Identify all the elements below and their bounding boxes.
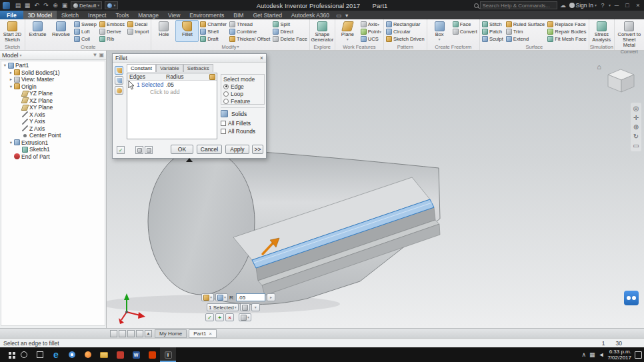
update-icon[interactable]: ⊕ xyxy=(51,1,59,9)
mini-cancel-button[interactable]: × xyxy=(225,313,234,321)
click-to-add-row[interactable]: Click to add xyxy=(127,89,217,96)
tree-item-xz-plane[interactable]: XZ Plane xyxy=(1,97,105,105)
save-icon[interactable]: ▦ xyxy=(23,1,31,9)
tab-autodesk-a360[interactable]: Autodesk A360 xyxy=(287,11,334,19)
ucs-button[interactable]: UCS xyxy=(359,35,383,43)
tree-item-extrusion1[interactable]: ▾Extrusion1 xyxy=(1,139,105,147)
redo-icon[interactable]: ↷ xyxy=(42,1,50,9)
fillet-dialog[interactable]: Fillet × ConstantVariableSetbacks Edges … xyxy=(112,53,267,159)
selection-count-dropdown[interactable]: 1 Selected▾ xyxy=(207,303,239,311)
split-button[interactable]: Split xyxy=(271,21,308,28)
decal-button[interactable]: Decal xyxy=(126,21,150,28)
group-label-modify[interactable]: Modify xyxy=(222,44,237,50)
minimize-window-button[interactable]: ─ xyxy=(613,1,621,9)
tray-volume-icon[interactable]: ◄ xyxy=(598,351,604,358)
ok-button[interactable]: OK xyxy=(171,145,193,154)
cancel-button[interactable]: Cancel xyxy=(197,145,222,154)
chevron-down-icon[interactable]: ▾ xyxy=(595,3,597,7)
import-button[interactable]: Import xyxy=(126,28,150,35)
freeform-box-button[interactable]: Box▾ xyxy=(428,20,451,42)
thicken-offset-button[interactable]: Thicken/ Offset xyxy=(228,35,271,43)
tree-item-xy-plane[interactable]: XY Plane xyxy=(1,104,105,111)
loft-button[interactable]: Loft xyxy=(73,28,98,35)
look-at-icon[interactable]: ▭ xyxy=(633,142,639,149)
community-icon[interactable] xyxy=(624,291,639,305)
fit-mesh-face-button[interactable]: Fit Mesh Face xyxy=(546,35,588,43)
direct-button[interactable]: Direct xyxy=(271,28,308,35)
tree-item-end-of-part[interactable]: End of Part xyxy=(1,153,105,161)
pan-icon[interactable]: ✛ xyxy=(633,114,639,121)
stitch-button[interactable]: Stitch xyxy=(481,21,505,28)
revolve-button[interactable]: Revolve xyxy=(49,20,73,42)
cloud-icon[interactable]: ☁ xyxy=(559,1,567,9)
solids-select-icon[interactable] xyxy=(221,110,228,117)
rib-button[interactable]: Rib xyxy=(98,35,126,43)
convert-to-sheet-metal-button[interactable]: Convert to Sheet Metal xyxy=(615,20,643,49)
ribbon-minimize-chevron-icon[interactable]: ▾ xyxy=(343,11,350,19)
fillet-type-dropdown[interactable]: ▾ xyxy=(201,293,214,301)
maximize-window-button[interactable]: □ xyxy=(623,1,631,9)
thread-button[interactable]: Thread xyxy=(228,21,271,28)
select-filter-icon[interactable]: ▣ xyxy=(61,1,69,9)
chevron-down-icon[interactable]: ▾ xyxy=(20,53,22,57)
tab-manage[interactable]: Manage xyxy=(133,11,163,19)
material-combo[interactable]: Default ▾ xyxy=(71,1,102,9)
viewcube-home-icon[interactable]: ⌂ xyxy=(597,63,601,71)
stress-analysis-button[interactable]: Stress Analysis xyxy=(590,20,613,43)
draft-button[interactable]: Draft xyxy=(199,35,228,43)
dialog-close-icon[interactable]: × xyxy=(260,55,263,61)
shell-button[interactable]: Shell xyxy=(199,28,228,35)
edge-browser-button[interactable]: e xyxy=(48,347,64,362)
trim-button[interactable]: Trim xyxy=(505,28,547,35)
tab-get-started[interactable]: Get Started xyxy=(248,11,286,19)
adobe-app-button[interactable] xyxy=(112,347,128,362)
tab-view[interactable]: View xyxy=(163,11,185,19)
tree-item-yz-plane[interactable]: YZ Plane xyxy=(1,90,105,97)
expand-toggle-icon[interactable]: ▸ xyxy=(8,70,14,75)
fillet-edge-table[interactable]: Edges Radius 1 Selected .05 Click to add xyxy=(127,73,217,139)
expand-toggle-icon[interactable]: ▸ xyxy=(8,77,14,82)
appearance-combo[interactable]: ▾ xyxy=(105,1,118,9)
full-round-fillet-type-button[interactable] xyxy=(115,86,123,95)
freeform-face-button[interactable]: Face xyxy=(451,21,479,28)
tab-variable[interactable]: Variable xyxy=(156,64,183,72)
task-view-button[interactable] xyxy=(32,347,48,362)
tray-network-icon[interactable]: ▦ xyxy=(589,351,595,358)
plane-button[interactable]: Plane▾ xyxy=(336,20,359,42)
combine-button[interactable]: Combine xyxy=(228,28,271,35)
fillet-dialog-titlebar[interactable]: Fillet × xyxy=(113,54,266,63)
firefox-browser-button[interactable] xyxy=(80,347,96,362)
rectangular-pattern-button[interactable]: Rectangular xyxy=(385,21,426,28)
tab-3d-model[interactable]: 3D Model xyxy=(23,11,57,19)
hole-button[interactable]: Hole xyxy=(152,20,175,42)
tree-item-x-axis[interactable]: X Axis xyxy=(1,111,105,119)
mini-more-options-dropdown[interactable]: ▾ xyxy=(239,313,251,321)
browser-filter-icon[interactable]: ▼ xyxy=(93,52,98,58)
viewcube[interactable] xyxy=(608,69,634,92)
mini-next-button[interactable]: ▸ xyxy=(267,293,275,301)
close-window-button[interactable]: × xyxy=(634,1,642,9)
tree-item-sketch1[interactable]: Sketch1 xyxy=(1,146,105,153)
tree-item-y-axis[interactable]: Y Axis xyxy=(1,118,105,125)
tray-expand-icon[interactable]: ∧ xyxy=(581,351,586,358)
taskbar-clock[interactable]: 6:33 p.m. 7/02/2017 xyxy=(607,349,631,361)
inventor-app-button[interactable]: I xyxy=(160,347,176,362)
derive-button[interactable]: Derive xyxy=(98,28,126,35)
help-search-input[interactable] xyxy=(480,1,557,9)
part-cylinder-cap-face[interactable] xyxy=(148,148,255,295)
fillet-options-dropdown[interactable]: ▾ xyxy=(215,293,228,301)
tab-tools[interactable]: Tools xyxy=(111,11,133,19)
ruled-surface-button[interactable]: Ruled Surface xyxy=(505,21,547,28)
expand-toggle-icon[interactable]: ▾ xyxy=(2,63,8,68)
extend-button[interactable]: Extend xyxy=(505,35,547,43)
radius-options-icon[interactable] xyxy=(209,74,215,80)
help-button[interactable]: ? xyxy=(599,1,607,9)
sweep-button[interactable]: Sweep xyxy=(73,21,98,28)
patch-button[interactable]: Patch xyxy=(481,28,505,35)
auto-preview-toggle-icon[interactable] xyxy=(135,146,143,154)
start-2d-sketch-button[interactable]: Start 2D Sketch xyxy=(1,20,24,43)
repair-bodies-button[interactable]: Repair Bodies xyxy=(546,28,588,35)
radius-input[interactable] xyxy=(236,293,265,301)
apply-button[interactable]: Apply xyxy=(225,145,249,154)
open-icon[interactable]: ▤ xyxy=(14,1,22,9)
